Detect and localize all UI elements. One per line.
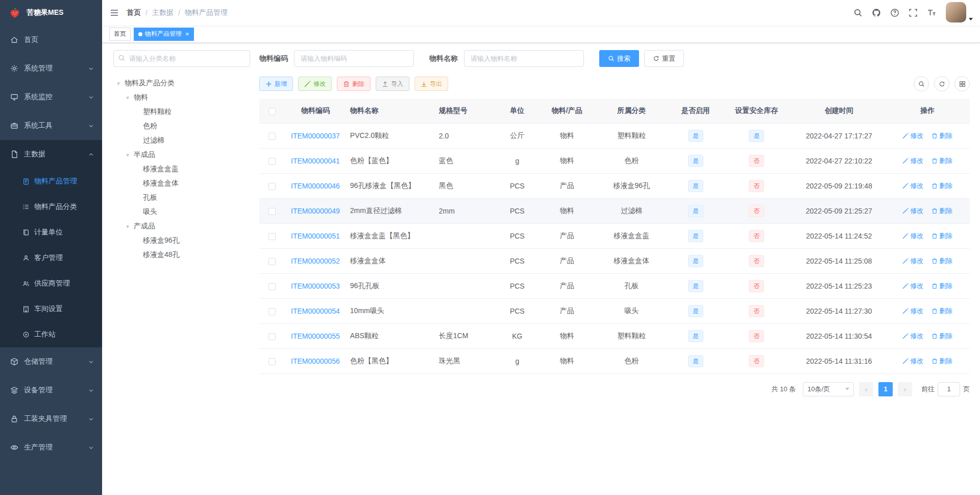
- delete-link[interactable]: 删除: [932, 332, 952, 341]
- import-button[interactable]: 导入: [376, 77, 409, 91]
- sidebar-item-material-category[interactable]: 物料产品分类: [0, 194, 102, 220]
- material-code-link[interactable]: ITEM00000041: [291, 157, 340, 165]
- sidebar-item-measure-unit[interactable]: 计量单位: [0, 220, 102, 245]
- delete-link[interactable]: 删除: [932, 281, 952, 291]
- tree-node-leaf[interactable]: 移液盒盒体: [113, 176, 250, 191]
- add-button[interactable]: 新增: [259, 77, 293, 91]
- user-menu[interactable]: [946, 2, 973, 23]
- row-checkbox[interactable]: [268, 133, 276, 140]
- row-checkbox[interactable]: [268, 258, 276, 265]
- sidebar-item-customer-manage[interactable]: 客户管理: [0, 245, 102, 271]
- sidebar-item-material-manage[interactable]: 物料产品管理: [0, 169, 102, 194]
- sidebar-item-system-manage[interactable]: 系统管理: [0, 54, 102, 83]
- material-code-link[interactable]: ITEM00000054: [291, 307, 340, 315]
- delete-link[interactable]: 删除: [932, 357, 952, 366]
- row-checkbox[interactable]: [268, 183, 276, 190]
- search-button[interactable]: 搜索: [599, 50, 639, 67]
- font-size-button[interactable]: [922, 0, 941, 26]
- material-code-link[interactable]: ITEM00000052: [291, 257, 340, 265]
- tree-node-leaf[interactable]: 移液盒48孔: [113, 248, 250, 262]
- edit-button[interactable]: 修改: [298, 77, 332, 91]
- row-checkbox[interactable]: [268, 233, 276, 240]
- row-checkbox[interactable]: [268, 333, 276, 340]
- material-code-link[interactable]: ITEM00000049: [291, 207, 340, 215]
- row-checkbox[interactable]: [268, 208, 276, 215]
- material-code-input[interactable]: [294, 50, 414, 67]
- tree-node-root[interactable]: ▾ 物料及产品分类: [113, 76, 250, 90]
- tree-node-leaf[interactable]: 过滤棉: [113, 133, 250, 148]
- edit-link[interactable]: 修改: [902, 281, 923, 291]
- tree-node-group[interactable]: ▾ 产成品: [113, 219, 250, 233]
- sidebar-item-equipment-manage[interactable]: 设备管理: [0, 376, 102, 405]
- delete-link[interactable]: 删除: [932, 256, 952, 266]
- sidebar-item-fixture-manage[interactable]: 工装夹具管理: [0, 405, 102, 433]
- material-code-link[interactable]: ITEM00000053: [291, 282, 340, 290]
- delete-link[interactable]: 删除: [932, 181, 952, 191]
- reset-button[interactable]: 重置: [644, 50, 684, 67]
- material-code-link[interactable]: ITEM00000046: [291, 182, 340, 190]
- toggle-search-button[interactable]: [914, 76, 929, 91]
- close-icon[interactable]: ×: [184, 31, 189, 37]
- sidebar-item-home[interactable]: 首页: [0, 26, 102, 54]
- row-checkbox[interactable]: [268, 283, 276, 290]
- page-size-select[interactable]: 10条/页: [803, 382, 854, 396]
- sidebar-item-workstation[interactable]: 工作站: [0, 322, 102, 347]
- edit-link[interactable]: 修改: [902, 332, 923, 341]
- help-button[interactable]: [886, 0, 904, 26]
- edit-link[interactable]: 修改: [902, 156, 923, 166]
- delete-link[interactable]: 删除: [932, 156, 952, 166]
- tree-node-leaf[interactable]: 色粉: [113, 119, 250, 133]
- tag-home[interactable]: 首页: [109, 28, 131, 41]
- tree-node-leaf[interactable]: 吸头: [113, 205, 250, 219]
- delete-link[interactable]: 删除: [932, 231, 952, 241]
- sidebar-item-system-tools[interactable]: 系统工具: [0, 111, 102, 140]
- goto-page-input[interactable]: [938, 382, 960, 396]
- refresh-table-button[interactable]: [934, 76, 949, 91]
- edit-link[interactable]: 修改: [902, 231, 923, 241]
- delete-link[interactable]: 删除: [932, 206, 952, 216]
- delete-button[interactable]: 删除: [337, 77, 371, 91]
- app-logo[interactable]: 苦糖果MES: [0, 0, 102, 26]
- select-all-checkbox[interactable]: [268, 108, 276, 115]
- column-settings-button[interactable]: [954, 76, 970, 91]
- tree-node-group[interactable]: ▾ 物料: [113, 90, 250, 105]
- delete-link[interactable]: 删除: [932, 307, 952, 316]
- tree-node-leaf[interactable]: 移液盒盒盖: [113, 162, 250, 176]
- material-code-link[interactable]: ITEM00000037: [291, 132, 340, 140]
- tree-node-leaf[interactable]: 塑料颗粒: [113, 105, 250, 119]
- edit-link[interactable]: 修改: [902, 357, 923, 366]
- edit-link[interactable]: 修改: [902, 206, 923, 216]
- prev-page-button[interactable]: ‹: [859, 382, 873, 396]
- material-code-link[interactable]: ITEM00000056: [291, 357, 340, 365]
- github-link-button[interactable]: [867, 0, 886, 26]
- material-code-link[interactable]: ITEM00000051: [291, 232, 340, 240]
- delete-link[interactable]: 删除: [932, 131, 952, 140]
- edit-link[interactable]: 修改: [902, 307, 923, 316]
- breadcrumb-home[interactable]: 首页: [127, 8, 141, 17]
- sidebar-item-system-monitor[interactable]: 系统监控: [0, 83, 102, 111]
- header-search-button[interactable]: [849, 0, 867, 26]
- edit-link[interactable]: 修改: [902, 256, 923, 266]
- sidebar-item-master-data[interactable]: 主数据: [0, 140, 102, 169]
- page-number-button[interactable]: 1: [878, 382, 893, 396]
- row-checkbox[interactable]: [268, 308, 276, 315]
- tree-node-leaf[interactable]: 移液盒96孔: [113, 233, 250, 248]
- edit-link[interactable]: 修改: [902, 131, 923, 140]
- tag-material-manage[interactable]: 物料产品管理 ×: [134, 28, 194, 41]
- export-button[interactable]: 导出: [414, 77, 448, 91]
- tree-node-leaf[interactable]: 孔板: [113, 191, 250, 205]
- material-code-link[interactable]: ITEM00000055: [291, 332, 340, 340]
- tree-node-group[interactable]: ▾ 半成品: [113, 148, 250, 162]
- sidebar-item-supplier-manage[interactable]: 供应商管理: [0, 271, 102, 296]
- sidebar-item-warehouse-manage[interactable]: 仓储管理: [0, 347, 102, 376]
- fullscreen-button[interactable]: [904, 0, 922, 26]
- material-name-input[interactable]: [464, 50, 584, 67]
- next-page-button[interactable]: ›: [898, 382, 912, 396]
- sidebar-toggle-button[interactable]: [102, 0, 127, 26]
- category-search-input[interactable]: [113, 50, 250, 67]
- row-checkbox[interactable]: [268, 358, 276, 365]
- sidebar-item-workshop-setting[interactable]: 车间设置: [0, 296, 102, 322]
- breadcrumb-master-data[interactable]: 主数据: [152, 8, 174, 17]
- edit-link[interactable]: 修改: [902, 181, 923, 191]
- row-checkbox[interactable]: [268, 158, 276, 165]
